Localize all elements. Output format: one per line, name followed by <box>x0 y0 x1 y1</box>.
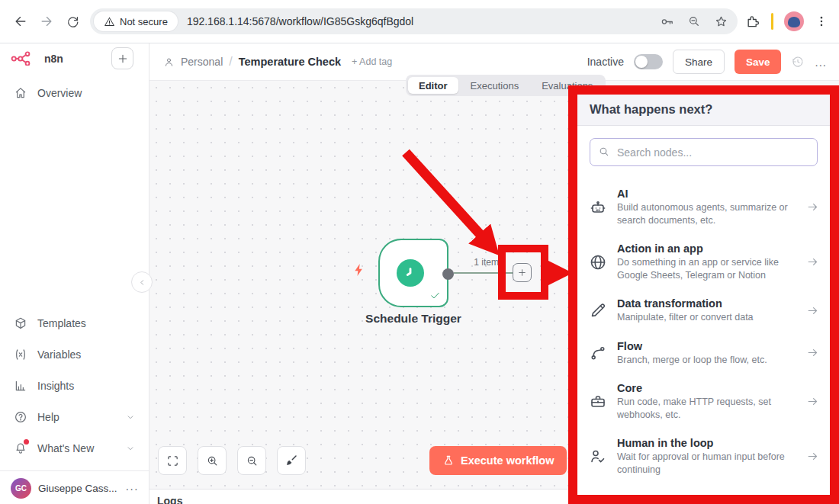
zoom-in-icon <box>206 454 219 467</box>
execute-workflow-button[interactable]: Execute workflow <box>429 446 567 475</box>
workflow-title[interactable]: Temperature Check <box>239 56 341 68</box>
zoom-out-icon <box>246 454 259 467</box>
not-secure-badge[interactable]: Not secure <box>94 11 178 31</box>
trigger-bolt-icon <box>352 261 366 279</box>
share-button[interactable]: Share <box>673 50 725 74</box>
flask-icon <box>442 454 455 467</box>
browser-profile-avatar[interactable] <box>784 11 804 31</box>
node-creator-panel: What happens next? AI Build autonomous a… <box>568 85 839 504</box>
canvas-toolbar <box>158 446 306 475</box>
tidy-up-button[interactable] <box>277 446 306 475</box>
sidebar-collapse-button[interactable] <box>131 271 153 293</box>
back-icon[interactable] <box>8 8 34 34</box>
node-category-item[interactable]: Data transformation Manipulate, filter o… <box>589 297 819 324</box>
logo-text: n8n <box>44 53 63 65</box>
category-title: AI <box>617 188 796 200</box>
node-category-item[interactable]: Core Run code, make HTTP requests, set w… <box>589 382 819 421</box>
node-category-item[interactable]: Human in the loop Wait for approval or h… <box>589 437 819 476</box>
user-menu[interactable]: GC Giuseppe Cass... ··· <box>11 478 140 499</box>
url-text[interactable]: 192.168.1.14:5678/workflow/IG85Gskg6qfBg… <box>187 15 652 27</box>
save-button[interactable]: Save <box>735 50 782 74</box>
category-description: Wait for approval or human input before … <box>617 451 796 476</box>
warning-icon <box>104 16 115 27</box>
sidebar-item[interactable]: Variables <box>0 342 149 368</box>
breadcrumb-separator: / <box>229 55 232 69</box>
workflow-menu-icon[interactable]: ... <box>815 56 827 69</box>
fit-view-button[interactable] <box>158 446 187 475</box>
sidebar-item-label: What's New <box>37 442 94 454</box>
templates-icon <box>14 316 27 330</box>
robot-icon <box>589 198 607 217</box>
arrow-right-icon <box>806 450 819 463</box>
fit-view-icon <box>166 454 179 467</box>
sidebar-item-label: Templates <box>37 317 86 329</box>
user-options-icon[interactable]: ··· <box>126 483 139 495</box>
panel-title: What happens next? <box>590 102 818 117</box>
user-name: Giuseppe Cass... <box>38 483 117 494</box>
breadcrumb-project[interactable]: Personal <box>181 56 223 68</box>
zoom-out-button[interactable] <box>237 446 266 475</box>
sidebar-item-label: Variables <box>37 348 81 361</box>
category-title: Flow <box>617 340 796 352</box>
bookmark-star-icon[interactable] <box>714 14 728 29</box>
logs-label: Logs <box>157 495 182 504</box>
sidebar-item-label: Overview <box>37 87 82 99</box>
n8n-logo-icon <box>11 51 38 66</box>
success-check-icon <box>429 290 441 301</box>
browser-menu-icon[interactable] <box>815 14 828 28</box>
arrow-right-icon <box>806 346 819 359</box>
arrow-right-icon <box>806 395 819 408</box>
toggle-knob <box>635 56 648 68</box>
node-category-item[interactable]: Action in an app Do something in an app … <box>589 242 819 281</box>
schedule-trigger-node[interactable] <box>378 239 448 307</box>
search-nodes-input[interactable] <box>590 138 818 166</box>
annotation-highlight-box <box>498 245 548 300</box>
n8n-logo[interactable]: n8n <box>11 51 63 66</box>
password-key-icon[interactable] <box>660 14 674 29</box>
category-description: Manipulate, filter or convert data <box>617 311 796 324</box>
node-output-port[interactable] <box>442 268 454 280</box>
pencil-icon <box>589 301 607 319</box>
node-category-item[interactable]: AI Build autonomous agents, summarize or… <box>589 188 819 226</box>
insights-icon <box>14 379 27 393</box>
address-bar[interactable]: Not secure 192.168.1.14:5678/workflow/IG… <box>90 8 738 34</box>
chevron-down-icon <box>125 443 136 454</box>
plus-icon <box>117 53 129 65</box>
panel-header: What happens next? <box>577 95 830 126</box>
node-category-item[interactable]: Flow Branch, merge or loop the flow, etc… <box>589 340 819 367</box>
tab-executions[interactable]: Executions <box>460 77 530 94</box>
home-icon <box>14 86 27 100</box>
zoom-out-page-icon[interactable] <box>687 14 701 28</box>
chevron-left-icon <box>137 278 147 287</box>
category-description: Build autonomous agents, summarize or se… <box>617 201 796 226</box>
extensions-icon[interactable] <box>745 14 760 29</box>
active-toggle[interactable] <box>634 54 663 69</box>
category-description: Run code, make HTTP requests, set webhoo… <box>617 396 796 421</box>
branch-icon <box>589 344 607 362</box>
tab-editor[interactable]: Editor <box>408 77 458 94</box>
sidebar-item[interactable]: Help <box>0 404 149 430</box>
zoom-in-button[interactable] <box>198 446 227 475</box>
globe-icon <box>589 253 607 271</box>
history-icon[interactable] <box>791 55 805 69</box>
forward-icon[interactable] <box>34 8 59 34</box>
category-title: Human in the loop <box>617 437 796 449</box>
add-tag-button[interactable]: + Add tag <box>352 56 392 67</box>
refresh-icon[interactable] <box>59 8 85 34</box>
arrow-right-icon <box>806 255 819 268</box>
sidebar-item-overview[interactable]: Overview <box>0 80 149 106</box>
broom-icon <box>284 454 298 467</box>
new-workflow-button[interactable] <box>111 47 133 69</box>
app-sidebar: n8n Overview Templates Variables In <box>0 43 149 504</box>
security-label: Not secure <box>120 16 168 27</box>
active-status-label: Inactive <box>587 56 624 68</box>
sidebar-item[interactable]: Templates <box>0 310 149 336</box>
sidebar-item[interactable]: What's New <box>0 435 149 461</box>
help-icon <box>14 410 27 424</box>
arrow-right-icon <box>806 304 819 317</box>
execute-workflow-label: Execute workflow <box>461 454 554 467</box>
user-avatar[interactable]: GC <box>11 478 31 499</box>
category-title: Data transformation <box>617 297 796 310</box>
connection-items-label: 1 item <box>455 257 499 268</box>
sidebar-item[interactable]: Insights <box>0 373 149 399</box>
